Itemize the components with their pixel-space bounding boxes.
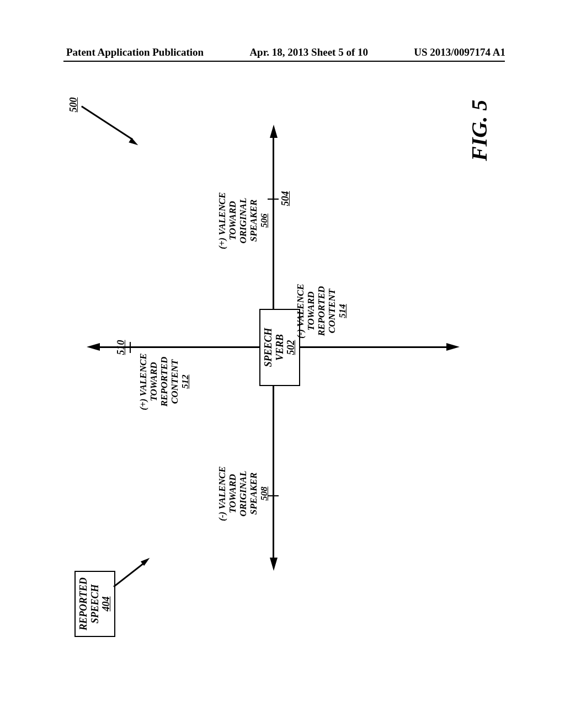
figure-label: FIG. 5: [466, 100, 492, 161]
axis-left-ref: 508: [259, 458, 269, 529]
header-right: US 2013/0097174 A1: [414, 46, 505, 58]
axis-v-ref: 510: [115, 338, 127, 357]
tick-up: [130, 342, 131, 353]
axis-down-label: (-) VALENCE TOWARD REPORTED CONTENT 514: [295, 278, 348, 344]
axis-h-ref: 504: [280, 189, 291, 208]
reported-speech-ref: 404: [100, 576, 112, 631]
header-center: Apr. 18, 2013 Sheet 5 of 10: [249, 46, 368, 58]
axis-left-arrow-icon: [270, 558, 278, 571]
reported-speech-box: REPORTED SPEECH 404: [74, 571, 115, 637]
figure-ref-500: 500: [68, 94, 79, 116]
axis-right-ref: 506: [259, 185, 269, 256]
axis-left-label: (-) VALENCE TOWARD ORIGINAL SPEAKER 508: [217, 458, 269, 529]
page-header: Patent Application Publication Apr. 18, …: [0, 46, 565, 58]
reported-speech-l2: SPEECH: [89, 576, 101, 631]
speech-verb-label: SPEECH VERB: [263, 314, 285, 381]
axis-down-ref: 514: [337, 278, 348, 344]
axis-right-arrow-icon: [270, 125, 278, 138]
rotated-diagram: SPEECH VERB 502 REPORTED SPEECH 404 (+) …: [58, 83, 502, 667]
reported-speech-l1: REPORTED: [78, 576, 89, 631]
axis-right-label: (+) VALENCE TOWARD ORIGINAL SPEAKER 506: [217, 185, 269, 256]
header-rule: [63, 61, 505, 62]
page: Patent Application Publication Apr. 18, …: [0, 0, 565, 728]
figure-area: SPEECH VERB 502 REPORTED SPEECH 404 (+) …: [58, 83, 502, 667]
reported-speech-leader: [113, 563, 145, 587]
fig-ref-leader: [81, 105, 133, 140]
header-left: Patent Application Publication: [66, 46, 204, 58]
speech-verb-box: SPEECH VERB 502: [259, 309, 300, 386]
axis-up-label: (+) VALENCE TOWARD REPORTED CONTENT 512: [138, 349, 190, 415]
axis-down-arrow-icon: [446, 344, 460, 351]
axis-up-arrow-icon: [87, 344, 100, 351]
axis-up-ref: 512: [180, 349, 190, 415]
fig-ref-leader-arrow-icon: [129, 138, 140, 148]
